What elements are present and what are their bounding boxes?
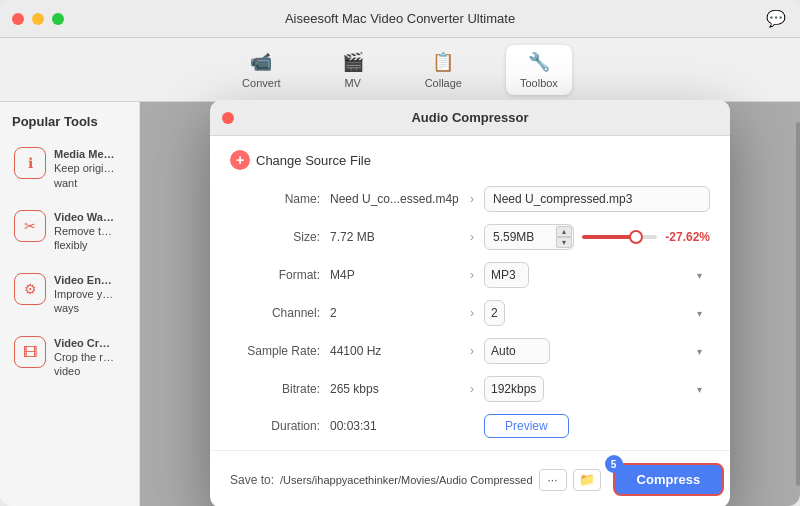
maximize-button[interactable]	[52, 13, 64, 25]
plus-icon: +	[230, 150, 250, 170]
compress-button[interactable]: Compress	[613, 463, 725, 496]
sidebar-item-media-meta[interactable]: ℹ Media Me… Keep origi… want	[8, 139, 131, 198]
format-label: Format:	[230, 268, 320, 282]
title-bar: Aiseesoft Mac Video Converter Ultimate 💬	[0, 0, 800, 38]
toolbar-collage[interactable]: 📋 Collage	[411, 45, 476, 95]
toolbar: 📹 Convert 🎬 MV 📋 Collage 🔧 Toolbox	[0, 38, 800, 102]
modal-title: Audio Compressor	[411, 110, 528, 125]
slider-thumb[interactable]	[629, 230, 643, 244]
change-source-button[interactable]: + Change Source File	[230, 150, 710, 170]
size-arrow-icon: ›	[470, 230, 474, 244]
modal-footer: Save to: /Users/ihappyacethinker/Movies/…	[210, 450, 730, 506]
slider-fill	[582, 235, 636, 239]
window-controls	[12, 13, 64, 25]
video-enhance-name: Video En…	[54, 273, 125, 287]
main-content: Popular Tools ℹ Media Me… Keep origi… wa…	[0, 102, 800, 506]
audio-compressor-modal: Audio Compressor + Change Source File Na…	[210, 100, 730, 506]
name-row: Name: Need U_co...essed.m4p ›	[230, 186, 710, 212]
media-meta-name: Media Me…	[54, 147, 125, 161]
save-path: /Users/ihappyacethinker/Movies/Audio Com…	[280, 474, 533, 486]
modal-close-button[interactable]	[222, 112, 234, 124]
save-to-label: Save to:	[230, 473, 274, 487]
modal-body: + Change Source File Name: Need U_co...e…	[210, 136, 730, 438]
video-watermark-desc: Remove t… flexibly	[54, 224, 125, 253]
channel-select[interactable]: 2 1	[484, 300, 505, 326]
name-input[interactable]	[484, 186, 710, 212]
sample-rate-row: Sample Rate: 44100 Hz › Auto 44100 Hz 22…	[230, 338, 710, 364]
mv-icon: 🎬	[339, 51, 367, 73]
name-original: Need U_co...essed.m4p	[330, 192, 460, 206]
right-content: Audio Compressor + Change Source File Na…	[140, 102, 800, 506]
video-crop-desc: Crop the r… video	[54, 350, 125, 379]
name-label: Name:	[230, 192, 320, 206]
browse-folder-button[interactable]: 📁	[573, 469, 601, 491]
preview-button[interactable]: Preview	[484, 414, 569, 438]
size-original: 7.72 MB	[330, 230, 460, 244]
video-enhance-icon: ⚙	[14, 273, 46, 305]
sidebar-item-video-enhance[interactable]: ⚙ Video En… Improve y… ways	[8, 265, 131, 324]
modal-title-bar: Audio Compressor	[210, 100, 730, 136]
toolbar-mv[interactable]: 🎬 MV	[325, 45, 381, 95]
channel-arrow-icon: ›	[470, 306, 474, 320]
sidebar-title: Popular Tools	[8, 114, 131, 129]
format-original: M4P	[330, 268, 460, 282]
channel-row: Channel: 2 › 2 1	[230, 300, 710, 326]
video-enhance-desc: Improve y… ways	[54, 287, 125, 316]
minimize-button[interactable]	[32, 13, 44, 25]
sidebar: Popular Tools ℹ Media Me… Keep origi… wa…	[0, 102, 140, 506]
duration-row: Duration: 00:03:31 › Preview	[230, 414, 710, 438]
video-crop-name: Video Cr…	[54, 336, 125, 350]
compress-button-wrapper: 5 Compress	[613, 463, 725, 496]
toolbox-label: Toolbox	[520, 77, 558, 89]
more-options-button[interactable]: ···	[539, 469, 567, 491]
video-crop-icon: 🎞	[14, 336, 46, 368]
collage-icon: 📋	[429, 51, 457, 73]
app-title: Aiseesoft Mac Video Converter Ultimate	[285, 11, 515, 26]
size-label: Size:	[230, 230, 320, 244]
convert-icon: 📹	[247, 51, 275, 73]
size-slider-track[interactable]	[582, 235, 657, 239]
size-increment-button[interactable]: ▴	[556, 226, 572, 237]
toolbox-icon: 🔧	[525, 51, 553, 73]
sidebar-item-video-watermark[interactable]: ✂ Video Wa… Remove t… flexibly	[8, 202, 131, 261]
channel-original: 2	[330, 306, 460, 320]
modal-overlay: Audio Compressor + Change Source File Na…	[140, 102, 800, 506]
change-source-label: Change Source File	[256, 153, 371, 168]
bitrate-label: Bitrate:	[230, 382, 320, 396]
duration-value: 00:03:31	[330, 419, 460, 433]
bitrate-arrow-icon: ›	[470, 382, 474, 396]
media-meta-desc: Keep origi… want	[54, 161, 125, 190]
duration-label: Duration:	[230, 419, 320, 433]
size-row: Size: 7.72 MB › ▴ ▾	[230, 224, 710, 250]
bitrate-row: Bitrate: 265 kbps › 192kbps 128kbps 320k…	[230, 376, 710, 402]
bitrate-original: 265 kbps	[330, 382, 460, 396]
sample-rate-select[interactable]: Auto 44100 Hz 22050 Hz	[484, 338, 550, 364]
toolbar-convert[interactable]: 📹 Convert	[228, 45, 295, 95]
collage-label: Collage	[425, 77, 462, 89]
sidebar-item-video-crop[interactable]: 🎞 Video Cr… Crop the r… video	[8, 328, 131, 387]
app-window: Aiseesoft Mac Video Converter Ultimate 💬…	[0, 0, 800, 506]
format-arrow-icon: ›	[470, 268, 474, 282]
chat-icon[interactable]: 💬	[766, 9, 786, 28]
size-percent: -27.62%	[665, 230, 710, 244]
media-meta-icon: ℹ	[14, 147, 46, 179]
close-button[interactable]	[12, 13, 24, 25]
bitrate-select[interactable]: 192kbps 128kbps 320kbps	[484, 376, 544, 402]
size-decrement-button[interactable]: ▾	[556, 237, 572, 248]
convert-label: Convert	[242, 77, 281, 89]
format-select[interactable]: MP3 AAC M4A FLAC WAV	[484, 262, 529, 288]
sample-rate-original: 44100 Hz	[330, 344, 460, 358]
compress-badge: 5	[605, 455, 623, 473]
format-row: Format: M4P › MP3 AAC M4A FLAC WAV	[230, 262, 710, 288]
sample-rate-label: Sample Rate:	[230, 344, 320, 358]
video-watermark-name: Video Wa…	[54, 210, 125, 224]
mv-label: MV	[344, 77, 361, 89]
channel-label: Channel:	[230, 306, 320, 320]
video-watermark-icon: ✂	[14, 210, 46, 242]
sample-rate-arrow-icon: ›	[470, 344, 474, 358]
name-arrow-icon: ›	[470, 192, 474, 206]
toolbar-toolbox[interactable]: 🔧 Toolbox	[506, 45, 572, 95]
